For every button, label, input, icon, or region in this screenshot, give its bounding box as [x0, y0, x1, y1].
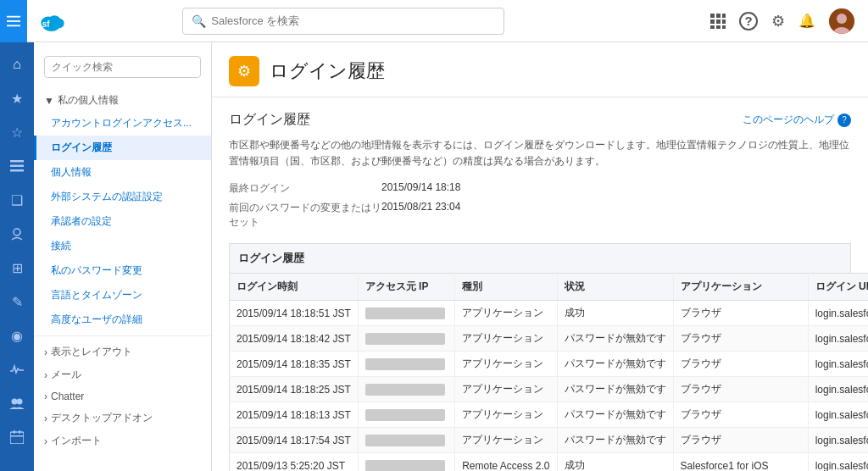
nav-item-account-login[interactable]: アカウントログインアクセス...: [34, 111, 211, 136]
notifications-button[interactable]: 🔔: [798, 13, 815, 29]
nav-item-external-auth[interactable]: 外部システムの認証設定: [34, 185, 211, 209]
cell-url: login.salesforce.com: [808, 326, 868, 352]
main-content: ⚙ ログイン履歴 ログイン履歴 このページのヘルプ ? 市区郡や郵便番号などの他…: [212, 42, 868, 471]
nav-item-advanced-user-details[interactable]: 高度なユーザの詳細: [34, 308, 211, 332]
section-title-desktop-addon[interactable]: › デスクトップアドオン: [34, 406, 211, 429]
help-link-text: このページのヘルプ: [743, 113, 834, 127]
profile-icon-btn[interactable]: [2, 219, 32, 249]
cell-time: 2015/09/13 5:25:20 JST: [230, 453, 359, 471]
cell-time: 2015/09/14 18:18:35 JST: [230, 352, 359, 377]
svg-point-26: [17, 399, 23, 405]
nav-item-password-change[interactable]: 私のパスワード変更: [34, 258, 211, 283]
cell-status: パスワードが無効です: [557, 428, 673, 453]
table-row: 2015/09/14 18:18:42 JST ███████████ アプリケ…: [230, 326, 869, 352]
cell-ip: ███████████: [358, 352, 454, 377]
cell-app: ブラウザ: [673, 428, 808, 453]
edit-icon-btn[interactable]: ✎: [2, 286, 32, 317]
cell-type: アプリケーション: [455, 377, 557, 402]
cell-url: login.salesforce.com: [808, 377, 868, 402]
nav-item-personal-info[interactable]: 個人情報: [34, 160, 211, 185]
page-title: ログイン履歴: [270, 58, 385, 84]
people-icon-btn[interactable]: [2, 388, 32, 418]
table-row: 2015/09/14 18:18:13 JST ███████████ アプリケ…: [230, 402, 869, 428]
cell-time: 2015/09/14 18:18:25 JST: [230, 377, 359, 402]
grid-small-icon-btn[interactable]: ⊞: [2, 252, 32, 283]
section-header-row: ログイン履歴 このページのヘルプ ?: [229, 111, 851, 129]
svg-rect-17: [722, 25, 726, 29]
svg-text:sf: sf: [42, 19, 51, 28]
section-title-import[interactable]: › インポート: [34, 429, 211, 452]
expand-arrow-icon-chatter: ›: [44, 391, 47, 402]
table-row: 2015/09/14 18:18:51 JST ███████████ アプリケ…: [230, 301, 869, 326]
help-circle-icon: ?: [837, 114, 851, 127]
list-icon-btn[interactable]: [2, 151, 32, 181]
svg-rect-0: [7, 15, 20, 17]
nav-item-connection[interactable]: 接続: [34, 234, 211, 258]
svg-rect-13: [716, 19, 721, 24]
section-title-display-layout[interactable]: › 表示とレイアウト: [34, 340, 211, 363]
cell-status: パスワードが無効です: [557, 377, 673, 402]
cell-type: アプリケーション: [455, 326, 557, 352]
svg-point-25: [12, 399, 18, 405]
star-icon-btn[interactable]: ☆: [2, 117, 32, 147]
cell-status: 成功: [557, 301, 673, 326]
help-link[interactable]: このページのヘルプ ?: [743, 113, 851, 127]
svg-rect-11: [722, 14, 726, 18]
section-title: ログイン履歴: [229, 111, 310, 129]
settings-button[interactable]: ⚙: [771, 12, 785, 30]
nav-item-login-history[interactable]: ログイン履歴: [34, 136, 211, 160]
cell-status: 成功: [557, 453, 673, 471]
cell-app: ブラウザ: [673, 352, 808, 377]
section-title-email[interactable]: › メール: [34, 363, 211, 385]
cell-url: login.salesforce.com: [808, 352, 868, 377]
nav-item-language-timezone[interactable]: 言語とタイムゾーン: [34, 283, 211, 308]
content-header: ⚙ ログイン履歴: [212, 42, 868, 97]
svg-rect-15: [710, 25, 715, 29]
svg-rect-14: [722, 19, 726, 24]
nav-item-approver-settings[interactable]: 承認者の設定: [34, 209, 211, 234]
svg-rect-27: [10, 432, 24, 444]
calendar-icon-btn[interactable]: [2, 422, 32, 452]
section-title-chatter[interactable]: › Chatter: [34, 385, 211, 406]
cell-app: Salesforce1 for iOS: [673, 453, 808, 471]
section-title-personal-info[interactable]: ▼ 私の個人情報: [34, 88, 211, 111]
last-login-row: 最終ログイン 2015/09/14 18:18: [229, 181, 851, 196]
avatar[interactable]: [829, 8, 854, 34]
cell-app: ブラウザ: [673, 402, 808, 428]
table-row: 2015/09/14 18:17:54 JST ███████████ アプリケ…: [230, 428, 869, 453]
svg-rect-28: [10, 435, 24, 437]
global-search-bar[interactable]: 🔍: [182, 8, 504, 35]
circle-icon-btn[interactable]: ◉: [2, 320, 32, 351]
cell-status: パスワードが無効です: [557, 326, 673, 352]
quick-search-input[interactable]: [44, 56, 201, 78]
search-icon: 🔍: [192, 14, 206, 28]
home-icon-btn[interactable]: ⌂: [2, 49, 32, 80]
cell-app: ブラウザ: [673, 377, 808, 402]
cell-time: 2015/09/14 18:18:42 JST: [230, 326, 359, 352]
cell-app: ブラウザ: [673, 301, 808, 326]
col-header-time: ログイン時刻: [230, 274, 359, 301]
cell-type: アプリケーション: [455, 402, 557, 428]
search-input[interactable]: [211, 14, 495, 27]
ip-blurred: ███████████: [365, 435, 445, 446]
help-button[interactable]: ?: [739, 12, 758, 30]
svg-point-24: [14, 229, 20, 236]
last-login-value: 2015/09/14 18:18: [381, 181, 460, 196]
svg-rect-30: [19, 430, 21, 434]
cell-url: login.salesforce.com: [808, 301, 868, 326]
cell-type: アプリケーション: [455, 352, 557, 377]
hamburger-button[interactable]: [0, 0, 27, 42]
apps-grid-button[interactable]: [710, 14, 726, 29]
ip-blurred: ███████████: [365, 460, 445, 471]
table-section-title: ログイン履歴: [229, 243, 851, 273]
svg-rect-9: [710, 14, 715, 18]
gear-badge-icon: ⚙: [229, 56, 259, 86]
cell-url: login.salesforce.com: [808, 402, 868, 428]
svg-rect-2: [7, 25, 20, 26]
activity-icon-btn[interactable]: [2, 354, 32, 385]
trophy-icon-btn[interactable]: ★: [2, 83, 32, 114]
cell-url: login.salesforce.com: [808, 453, 868, 471]
content-inner: ログイン履歴 このページのヘルプ ? 市区郡や郵便番号などの他の地理情報を表示す…: [212, 97, 868, 471]
copy-icon-btn[interactable]: ❑: [2, 185, 32, 215]
cell-ip: ███████████: [358, 402, 454, 428]
